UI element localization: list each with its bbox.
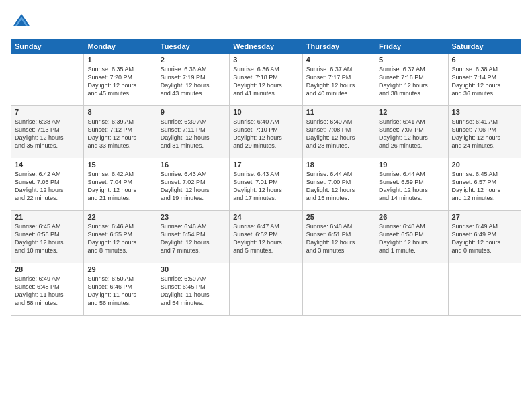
day-number: 14 [15, 161, 80, 169]
day-cell: 7Sunrise: 6:38 AM Sunset: 7:13 PM Daylig… [11, 106, 84, 158]
weekday-saturday: Saturday [448, 40, 521, 54]
day-info: Sunrise: 6:48 AM Sunset: 6:51 PM Dayligh… [306, 222, 371, 255]
calendar: SundayMondayTuesdayWednesdayThursdayFrid… [11, 39, 521, 316]
day-number: 17 [233, 161, 298, 169]
day-cell: 26Sunrise: 6:48 AM Sunset: 6:50 PM Dayli… [375, 211, 448, 263]
logo-icon [12, 11, 31, 30]
day-info: Sunrise: 6:43 AM Sunset: 7:02 PM Dayligh… [161, 170, 226, 203]
weekday-sunday: Sunday [11, 40, 84, 54]
day-info: Sunrise: 6:46 AM Sunset: 6:55 PM Dayligh… [87, 222, 152, 255]
weekday-wednesday: Wednesday [230, 40, 302, 54]
day-number: 11 [306, 108, 371, 116]
day-number: 22 [87, 213, 152, 221]
week-row-1: 1Sunrise: 6:35 AM Sunset: 7:20 PM Daylig… [11, 54, 521, 106]
day-number: 23 [161, 213, 226, 221]
day-number: 2 [161, 56, 226, 64]
day-info: Sunrise: 6:39 AM Sunset: 7:12 PM Dayligh… [87, 118, 152, 150]
day-cell [230, 263, 302, 316]
day-info: Sunrise: 6:45 AM Sunset: 6:56 PM Dayligh… [15, 222, 80, 255]
day-cell: 15Sunrise: 6:42 AM Sunset: 7:04 PM Dayli… [84, 158, 157, 211]
day-info: Sunrise: 6:42 AM Sunset: 7:05 PM Dayligh… [15, 170, 80, 203]
week-row-5: 28Sunrise: 6:49 AM Sunset: 6:48 PM Dayli… [11, 263, 521, 316]
day-info: Sunrise: 6:50 AM Sunset: 6:45 PM Dayligh… [161, 275, 226, 308]
day-cell: 4Sunrise: 6:37 AM Sunset: 7:17 PM Daylig… [302, 54, 375, 106]
day-number: 24 [233, 213, 298, 221]
day-number: 5 [379, 56, 444, 64]
day-info: Sunrise: 6:43 AM Sunset: 7:01 PM Dayligh… [233, 170, 298, 203]
day-cell: 13Sunrise: 6:41 AM Sunset: 7:06 PM Dayli… [448, 106, 521, 158]
day-info: Sunrise: 6:40 AM Sunset: 7:10 PM Dayligh… [233, 118, 298, 150]
day-info: Sunrise: 6:36 AM Sunset: 7:19 PM Dayligh… [161, 65, 226, 98]
day-number: 7 [15, 108, 80, 116]
day-cell: 2Sunrise: 6:36 AM Sunset: 7:19 PM Daylig… [157, 54, 229, 106]
day-cell: 27Sunrise: 6:49 AM Sunset: 6:49 PM Dayli… [448, 211, 521, 263]
day-cell: 23Sunrise: 6:46 AM Sunset: 6:54 PM Dayli… [157, 211, 229, 263]
day-number: 28 [15, 265, 80, 273]
day-number: 25 [306, 213, 371, 221]
day-info: Sunrise: 6:37 AM Sunset: 7:17 PM Dayligh… [306, 65, 371, 98]
day-cell: 25Sunrise: 6:48 AM Sunset: 6:51 PM Dayli… [302, 211, 375, 263]
day-info: Sunrise: 6:42 AM Sunset: 7:04 PM Dayligh… [87, 170, 152, 203]
day-number: 3 [233, 56, 298, 64]
day-cell: 10Sunrise: 6:40 AM Sunset: 7:10 PM Dayli… [230, 106, 302, 158]
day-cell: 1Sunrise: 6:35 AM Sunset: 7:20 PM Daylig… [84, 54, 157, 106]
day-cell: 28Sunrise: 6:49 AM Sunset: 6:48 PM Dayli… [11, 263, 84, 316]
day-cell: 17Sunrise: 6:43 AM Sunset: 7:01 PM Dayli… [230, 158, 302, 211]
day-number: 6 [452, 56, 517, 64]
day-cell: 22Sunrise: 6:46 AM Sunset: 6:55 PM Dayli… [84, 211, 157, 263]
day-info: Sunrise: 6:38 AM Sunset: 7:14 PM Dayligh… [452, 65, 517, 98]
day-info: Sunrise: 6:50 AM Sunset: 6:46 PM Dayligh… [87, 275, 152, 308]
day-cell [375, 263, 448, 316]
day-cell: 29Sunrise: 6:50 AM Sunset: 6:46 PM Dayli… [84, 263, 157, 316]
weekday-thursday: Thursday [302, 40, 375, 54]
day-number: 26 [379, 213, 444, 221]
day-cell: 6Sunrise: 6:38 AM Sunset: 7:14 PM Daylig… [448, 54, 521, 106]
day-number: 12 [379, 108, 444, 116]
day-cell: 9Sunrise: 6:39 AM Sunset: 7:11 PM Daylig… [157, 106, 229, 158]
day-info: Sunrise: 6:49 AM Sunset: 6:48 PM Dayligh… [15, 275, 80, 308]
day-number: 19 [379, 161, 444, 169]
day-cell: 11Sunrise: 6:40 AM Sunset: 7:08 PM Dayli… [302, 106, 375, 158]
week-row-4: 21Sunrise: 6:45 AM Sunset: 6:56 PM Dayli… [11, 211, 521, 263]
day-cell: 19Sunrise: 6:44 AM Sunset: 6:59 PM Dayli… [375, 158, 448, 211]
day-number: 9 [161, 108, 226, 116]
weekday-monday: Monday [84, 40, 157, 54]
day-info: Sunrise: 6:45 AM Sunset: 6:57 PM Dayligh… [452, 170, 517, 203]
header [11, 11, 521, 32]
day-number: 1 [87, 56, 152, 64]
day-cell: 18Sunrise: 6:44 AM Sunset: 7:00 PM Dayli… [302, 158, 375, 211]
page: SundayMondayTuesdayWednesdayThursdayFrid… [0, 0, 532, 411]
day-cell: 21Sunrise: 6:45 AM Sunset: 6:56 PM Dayli… [11, 211, 84, 263]
day-info: Sunrise: 6:40 AM Sunset: 7:08 PM Dayligh… [306, 118, 371, 150]
day-number: 30 [161, 265, 226, 273]
day-cell: 30Sunrise: 6:50 AM Sunset: 6:45 PM Dayli… [157, 263, 229, 316]
day-number: 20 [452, 161, 517, 169]
day-info: Sunrise: 6:41 AM Sunset: 7:07 PM Dayligh… [379, 118, 444, 150]
week-row-2: 7Sunrise: 6:38 AM Sunset: 7:13 PM Daylig… [11, 106, 521, 158]
day-info: Sunrise: 6:37 AM Sunset: 7:16 PM Dayligh… [379, 65, 444, 98]
day-cell: 24Sunrise: 6:47 AM Sunset: 6:52 PM Dayli… [230, 211, 302, 263]
day-number: 8 [87, 108, 152, 116]
day-cell: 16Sunrise: 6:43 AM Sunset: 7:02 PM Dayli… [157, 158, 229, 211]
logo [11, 11, 31, 32]
day-number: 29 [87, 265, 152, 273]
day-number: 27 [452, 213, 517, 221]
day-cell [302, 263, 375, 316]
day-number: 4 [306, 56, 371, 64]
day-info: Sunrise: 6:46 AM Sunset: 6:54 PM Dayligh… [161, 222, 226, 255]
day-cell: 14Sunrise: 6:42 AM Sunset: 7:05 PM Dayli… [11, 158, 84, 211]
day-info: Sunrise: 6:35 AM Sunset: 7:20 PM Dayligh… [87, 65, 152, 98]
day-cell: 12Sunrise: 6:41 AM Sunset: 7:07 PM Dayli… [375, 106, 448, 158]
day-info: Sunrise: 6:48 AM Sunset: 6:50 PM Dayligh… [379, 222, 444, 255]
day-info: Sunrise: 6:41 AM Sunset: 7:06 PM Dayligh… [452, 118, 517, 150]
day-number: 10 [233, 108, 298, 116]
day-number: 18 [306, 161, 371, 169]
day-info: Sunrise: 6:47 AM Sunset: 6:52 PM Dayligh… [233, 222, 298, 255]
day-cell [11, 54, 84, 106]
day-number: 15 [87, 161, 152, 169]
weekday-friday: Friday [375, 40, 448, 54]
day-cell: 20Sunrise: 6:45 AM Sunset: 6:57 PM Dayli… [448, 158, 521, 211]
weekday-header-row: SundayMondayTuesdayWednesdayThursdayFrid… [11, 40, 521, 54]
day-cell [448, 263, 521, 316]
day-info: Sunrise: 6:39 AM Sunset: 7:11 PM Dayligh… [161, 118, 226, 150]
